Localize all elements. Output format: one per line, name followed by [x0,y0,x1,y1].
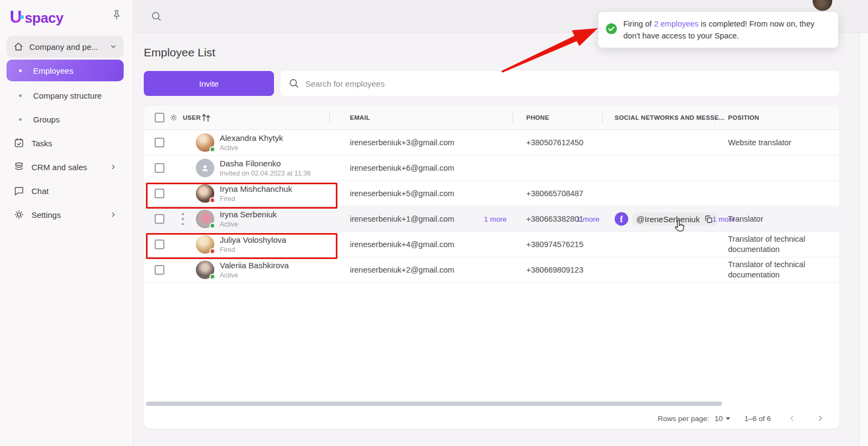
row-checkbox[interactable] [155,214,164,224]
status-active-dot [209,274,215,280]
crm-icon [13,161,25,173]
sidebar-item-employees[interactable]: Employees [7,60,124,81]
table-row: Dasha Filonenko Invited on 02.04.2023 at… [144,156,839,181]
avatar[interactable] [196,210,214,228]
sidebar-item-label: Company structure [33,91,102,100]
search-input[interactable] [305,79,832,88]
chevron-down-icon [110,43,117,50]
social-cell: f @IreneSerbeniuk 1 more [615,212,735,226]
avatar[interactable] [196,235,214,254]
row-checkbox[interactable] [155,265,164,275]
email-cell[interactable]: ireneserbeniuk+1@gmail.com [350,215,454,223]
sidebar-item-crm[interactable]: CRM and sales [7,155,124,179]
sidebar-item-company-structure[interactable]: Company structure [7,83,124,107]
pagination: Rows per page: 10 1–6 of 6 [144,408,839,429]
column-phone[interactable]: PHONE [526,114,549,121]
horizontal-scrollbar[interactable] [146,402,722,406]
email-cell[interactable]: ireneserbeniuk+5@gmail.com [350,189,454,198]
sidebar-nav: Employees Company structure Groups Tasks [7,60,124,227]
email-more-link[interactable]: 1 more [484,215,507,223]
chat-icon [13,185,25,197]
column-divider [513,113,513,122]
sidebar-item-chat[interactable]: Chat [7,179,124,203]
email-cell[interactable]: ireneserbeniuk+4@gmail.com [350,240,454,249]
position-cell: Translator [728,214,819,224]
avatar[interactable] [196,133,214,152]
chevron-right-icon [110,211,117,218]
position-cell: Website translator [728,138,819,148]
bullet-icon [19,118,22,121]
rows-per-page-select[interactable]: 10 [714,415,730,423]
social-handle[interactable]: @IreneSerbeniuk [633,212,717,225]
pin-sidebar-icon[interactable] [110,9,123,22]
column-divider [714,113,715,122]
sidebar-item-label: Chat [31,186,49,196]
employee-name[interactable]: Iryna Serbeniuk [220,210,277,219]
email-cell[interactable]: ireneserbeniuk+6@gmail.com [350,164,454,172]
global-search-icon[interactable] [150,10,163,23]
employee-status: Fired [220,246,286,254]
row-checkbox[interactable] [155,240,164,249]
column-email[interactable]: EMAIL [350,114,370,121]
table-row: Juliya Voloshylova Fired ireneserbeniuk+… [144,232,839,257]
next-page-button[interactable] [813,411,827,425]
email-cell[interactable]: ireneserbeniuk+2@gmail.com [350,266,454,274]
phone-cell[interactable]: +380663382801 [526,215,583,223]
employee-name[interactable]: Juliya Voloshylova [220,235,286,245]
avatar-placeholder[interactable] [196,159,214,177]
select-all-checkbox[interactable] [155,113,164,122]
settings-gear-icon [13,209,25,221]
pagination-range: 1–6 of 6 [744,415,771,423]
search-icon [288,77,300,89]
phone-cell[interactable]: +380665708487 [526,189,583,198]
row-checkbox[interactable] [155,189,164,198]
workspace-switcher[interactable]: Company and pe... [7,36,124,57]
phone-cell[interactable]: +380974576215 [526,240,583,249]
sidebar-item-label: Employees [33,66,73,75]
status-fired-dot [209,248,215,254]
phone-cell[interactable]: +380669809123 [526,266,583,274]
caret-down-icon [726,417,730,420]
column-divider [602,113,603,122]
phone-cell[interactable]: +380507612450 [526,138,583,147]
workspace-label: Company and pe... [29,42,104,51]
tasks-icon [13,137,25,149]
invite-button[interactable]: Invite [144,71,274,96]
sort-icon[interactable] [200,112,212,123]
success-check-icon [605,23,617,35]
sidebar-item-groups[interactable]: Groups [7,107,124,131]
column-position[interactable]: POSITION [728,114,759,121]
employee-name[interactable]: Dasha Filonenko [220,159,311,169]
position-cell: Translator of technical documentation [728,260,819,280]
avatar[interactable] [196,184,214,203]
uspacy-logo[interactable]: U spacy [10,9,63,27]
vertical-scrollbar[interactable] [859,33,868,446]
employee-name[interactable]: Iryna Mishchanchuk [220,184,292,194]
sidebar-item-label: Groups [33,115,60,124]
prev-page-button[interactable] [785,411,799,425]
employee-name[interactable]: Alexandra Khytyk [220,133,283,143]
table-row: Iryna Serbeniuk Active ireneserbeniuk+1@… [144,206,839,232]
sidebar-item-tasks[interactable]: Tasks [7,131,124,155]
chevron-right-icon [110,163,117,171]
sidebar-item-settings[interactable]: Settings [7,203,124,227]
email-cell[interactable]: ireneserbeniuk+3@gmail.com [350,138,454,147]
phone-more-link[interactable]: 1 more [577,215,599,223]
toast-employees-link[interactable]: 2 employees [654,20,698,28]
sidebar-item-label: Tasks [31,139,52,148]
employee-status: Invited on 02.04.2023 at 11:36 [220,170,311,178]
row-checkbox[interactable] [155,163,164,173]
employee-table-card: USER EMAIL PHONE SOCIAL NETWORKS AND MES… [144,106,839,429]
row-menu-icon[interactable] [178,213,187,225]
columns-gear-icon[interactable] [169,113,178,122]
employee-status: Fired [220,195,292,203]
employee-status: Active [220,221,277,229]
column-social[interactable]: SOCIAL NETWORKS AND MESSE... [615,114,725,121]
column-user[interactable]: USER [183,114,201,121]
avatar[interactable] [196,261,214,279]
employee-search[interactable] [280,71,839,96]
row-checkbox[interactable] [155,138,164,147]
sidebar-item-label: CRM and sales [31,163,87,172]
employee-name[interactable]: Valeriia Bashkirova [220,261,289,270]
facebook-icon[interactable]: f [615,212,628,226]
